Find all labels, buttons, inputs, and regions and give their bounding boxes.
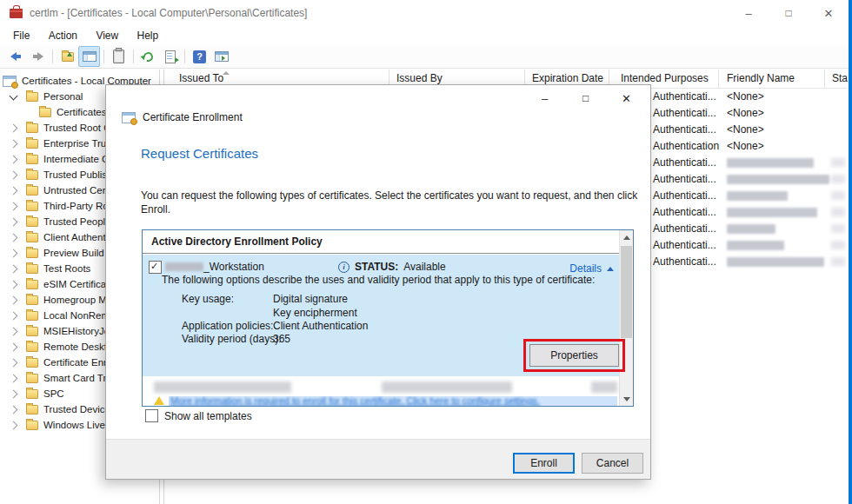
- tree-item-label: Trusted Publish: [43, 169, 112, 180]
- chevron-slot: [5, 360, 21, 366]
- cell-friendly-name: [727, 171, 829, 188]
- chevron-slot: [5, 344, 21, 350]
- tree-item-label: Certificate Enr: [43, 357, 107, 368]
- details-link[interactable]: Details: [569, 262, 614, 275]
- redacted-text: [382, 381, 512, 393]
- chevron-slot: [5, 328, 21, 335]
- tree-item-label: Trusted People: [43, 216, 111, 227]
- folder-icon: [26, 389, 38, 399]
- folder-icon: [26, 217, 38, 227]
- export-folder-button[interactable]: [57, 46, 78, 67]
- cell-intended-purposes: Authentication: [653, 138, 719, 155]
- close-button[interactable]: [809, 0, 849, 26]
- scroll-up-button[interactable]: [620, 230, 633, 244]
- redacted-text: [154, 381, 291, 393]
- paste-button[interactable]: [108, 46, 130, 67]
- cancel-button[interactable]: Cancel: [582, 453, 643, 474]
- status-group: STATUS: Available: [338, 261, 446, 273]
- refresh-icon: [142, 50, 155, 63]
- dialog-close-button[interactable]: [613, 87, 640, 109]
- status-label: STATUS:: [355, 261, 398, 273]
- cell-intended-purposes: Authenticati...: [653, 221, 716, 237]
- warning-link-text[interactable]: More information is required to enroll f…: [169, 396, 617, 406]
- chevron-down-icon[interactable]: [9, 91, 17, 100]
- scroll-down-button[interactable]: [620, 392, 633, 406]
- tree-item-label: Smart Card Tru: [43, 373, 112, 383]
- help-button[interactable]: [189, 46, 210, 67]
- menu-view[interactable]: View: [88, 26, 126, 42]
- chevron-right-icon[interactable]: [9, 264, 17, 273]
- back-button[interactable]: [5, 46, 27, 67]
- show-console-tree-button[interactable]: [78, 46, 100, 67]
- scrollbar-thumb[interactable]: [621, 246, 632, 338]
- template-name: _Workstation: [165, 260, 264, 274]
- chevron-right-icon[interactable]: [9, 311, 17, 320]
- chevron-right-icon[interactable]: [9, 280, 17, 288]
- chevron-right-icon[interactable]: [9, 374, 17, 382]
- export-list-button[interactable]: [159, 46, 181, 67]
- dialog-maximize-button[interactable]: [572, 87, 599, 109]
- cell-intended-purposes: Authenticati...: [653, 188, 716, 204]
- dialog-footer: Enroll Cancel: [106, 439, 650, 479]
- new-window-button[interactable]: [210, 46, 232, 67]
- tree-item-label: Intermediate C: [43, 154, 109, 164]
- menu-file[interactable]: File: [5, 26, 37, 42]
- maximize-button[interactable]: [769, 0, 809, 26]
- column-friendly-name[interactable]: Friendly Name: [719, 70, 825, 88]
- folder-icon: [26, 327, 38, 336]
- chevron-right-icon[interactable]: [9, 295, 17, 304]
- tree-item-label: Test Roots: [43, 263, 90, 274]
- cell-intended-purposes: Authenticati...: [653, 122, 716, 138]
- show-all-templates-label: Show all templates: [164, 410, 252, 422]
- cell-friendly-name: [727, 254, 824, 270]
- title-bar: certlm - [Certificates - Local Computer\…: [0, 0, 852, 26]
- redacted-status: [831, 191, 845, 200]
- window-title: certlm - [Certificates - Local Computer\…: [30, 7, 307, 19]
- menu-action[interactable]: Action: [41, 26, 85, 42]
- chevron-right-icon[interactable]: [9, 249, 17, 257]
- forward-button[interactable]: [27, 46, 49, 67]
- chevron-right-icon[interactable]: [9, 389, 17, 398]
- chevron-slot: [5, 313, 21, 319]
- chevron-right-icon[interactable]: [9, 233, 17, 242]
- show-all-templates-checkbox[interactable]: [145, 409, 158, 422]
- menu-help[interactable]: Help: [130, 26, 167, 42]
- redacted-status: [831, 175, 845, 183]
- chevron-right-icon[interactable]: [9, 139, 17, 148]
- tree-item-label: MSIEHistoryJo: [43, 326, 110, 336]
- status-value: Available: [403, 261, 445, 273]
- enroll-button[interactable]: Enroll: [513, 453, 575, 474]
- chevron-right-icon[interactable]: [9, 342, 17, 351]
- dialog-minimize-button[interactable]: [531, 87, 558, 109]
- chevron-right-icon[interactable]: [9, 202, 17, 210]
- certificate-enrollment-dialog: Certificate Enrollment Request Certifica…: [105, 84, 651, 480]
- chevron-slot: [5, 203, 21, 209]
- listbox-scrollbar[interactable]: [619, 230, 633, 406]
- show-all-templates-row: Show all templates: [145, 409, 252, 422]
- chevron-right-icon[interactable]: [9, 327, 17, 335]
- template-checkbox[interactable]: [149, 261, 162, 274]
- detail-line: Application policies:Client Authenticati…: [182, 320, 368, 332]
- detail-line: Validity period (days):365: [182, 333, 290, 345]
- redacted-text: [727, 257, 824, 267]
- chevron-right-icon[interactable]: [9, 155, 17, 163]
- chevron-right-icon[interactable]: [9, 123, 17, 132]
- chevron-right-icon[interactable]: [9, 217, 17, 226]
- chevron-right-icon[interactable]: [9, 358, 17, 367]
- chevron-right-icon[interactable]: [9, 170, 17, 179]
- column-label: Issued To: [179, 72, 223, 84]
- refresh-button[interactable]: [137, 46, 159, 67]
- chevron-right-icon[interactable]: [9, 405, 17, 414]
- folder-icon: [26, 92, 38, 102]
- chevron-right-icon[interactable]: [9, 421, 17, 429]
- template-row-redacted[interactable]: [143, 381, 619, 395]
- column-status[interactable]: Sta: [825, 70, 848, 88]
- properties-button[interactable]: Properties: [529, 344, 619, 367]
- warning-highlight[interactable]: More information is required to enroll f…: [169, 396, 617, 406]
- chevron-right-icon[interactable]: [9, 186, 17, 195]
- more-information-row[interactable]: More information is required to enroll f…: [143, 396, 619, 406]
- minimize-button[interactable]: [729, 0, 769, 26]
- tree-item-label: Certificates: [57, 107, 107, 117]
- chevron-slot: [5, 407, 21, 413]
- tree-item-label: Third-Party Ro: [43, 201, 109, 211]
